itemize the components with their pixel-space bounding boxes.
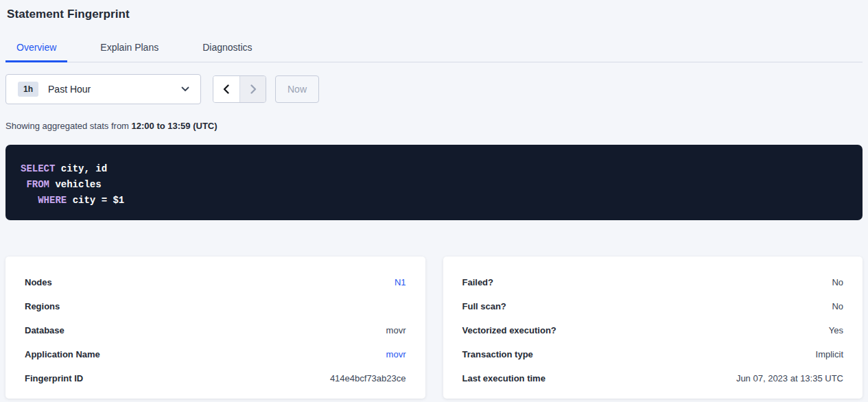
next-time-window-button[interactable]: [239, 76, 266, 102]
database-label: Database: [25, 325, 64, 335]
nodes-value-link[interactable]: N1: [395, 277, 406, 287]
row-full-scan: Full scan? No: [462, 294, 844, 318]
application-name-label: Application Name: [25, 349, 100, 359]
row-nodes: Nodes N1: [25, 270, 406, 294]
statement-details-card: Nodes N1 Regions Database movr Applicati…: [5, 257, 425, 399]
tab-explain-plans[interactable]: Explain Plans: [89, 38, 169, 62]
aggregated-stats-caption: Showing aggregated stats from 12:00 to 1…: [5, 121, 863, 131]
now-button[interactable]: Now: [275, 75, 319, 103]
last-execution-time-label: Last execution time: [462, 373, 546, 383]
sql-keyword: SELECT: [21, 163, 55, 174]
sql-keyword: FROM: [26, 179, 49, 190]
full-scan-value: No: [832, 301, 843, 311]
fingerprint-id-value: 414e4bcf73ab23ce: [330, 373, 406, 383]
tab-bar: Overview Explain Plans Diagnostics: [5, 38, 863, 62]
execution-attributes-card: Failed? No Full scan? No Vectorized exec…: [443, 257, 863, 399]
previous-time-window-button[interactable]: [213, 76, 239, 102]
time-range-label: Past Hour: [48, 84, 181, 95]
row-vectorized-execution: Vectorized execution? Yes: [462, 318, 844, 342]
chevron-right-icon: [248, 84, 259, 95]
transaction-type-label: Transaction type: [462, 349, 533, 359]
nodes-label: Nodes: [25, 277, 52, 287]
row-application-name: Application Name movr: [25, 342, 406, 366]
regions-label: Regions: [25, 301, 60, 311]
failed-label: Failed?: [462, 277, 494, 287]
row-regions: Regions: [25, 294, 406, 318]
stats-caption-prefix: Showing aggregated stats from: [5, 121, 132, 131]
vectorized-execution-label: Vectorized execution?: [462, 325, 556, 335]
time-range-dropdown[interactable]: 1h Past Hour: [5, 74, 201, 104]
summary-cards: Nodes N1 Regions Database movr Applicati…: [5, 257, 863, 399]
tab-overview[interactable]: Overview: [5, 38, 67, 62]
statement-fingerprint-page: Statement Fingerprint Overview Explain P…: [0, 8, 868, 399]
chevron-left-icon: [221, 84, 232, 95]
sql-text: city, id: [55, 163, 107, 174]
sql-indent: [21, 195, 38, 206]
row-failed: Failed? No: [462, 270, 844, 294]
stats-caption-range: 12:00 to 13:59 (UTC): [132, 121, 218, 131]
time-window-arrows: [213, 75, 266, 103]
sql-keyword: WHERE: [38, 195, 67, 206]
sql-text: vehicles: [49, 179, 102, 190]
vectorized-execution-value: Yes: [829, 325, 843, 335]
row-last-execution-time: Last execution time Jun 07, 2023 at 13:3…: [462, 366, 844, 390]
fingerprint-id-label: Fingerprint ID: [25, 373, 83, 383]
page-title: Statement Fingerprint: [7, 8, 863, 21]
failed-value: No: [832, 277, 843, 287]
chevron-down-icon: [181, 86, 189, 92]
database-value: movr: [386, 325, 406, 335]
application-name-value-link[interactable]: movr: [386, 349, 406, 359]
row-transaction-type: Transaction type Implicit: [462, 342, 844, 366]
sql-text: city = $1: [67, 195, 124, 206]
time-toolbar: 1h Past Hour Now: [5, 74, 863, 104]
full-scan-label: Full scan?: [462, 301, 506, 311]
time-range-badge: 1h: [18, 82, 38, 97]
sql-statement-box: SELECT city, id FROM vehicles WHERE city…: [5, 145, 863, 220]
tab-diagnostics[interactable]: Diagnostics: [191, 38, 263, 62]
row-fingerprint-id: Fingerprint ID 414e4bcf73ab23ce: [25, 366, 406, 390]
last-execution-time-value: Jun 07, 2023 at 13:35 UTC: [736, 373, 843, 383]
transaction-type-value: Implicit: [816, 349, 843, 359]
row-database: Database movr: [25, 318, 406, 342]
